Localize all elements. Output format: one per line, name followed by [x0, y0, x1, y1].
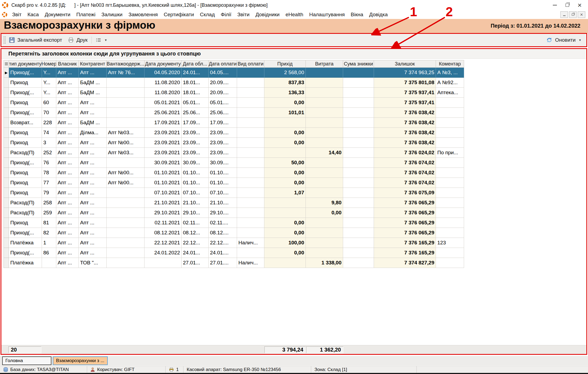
cell[interactable]: 30.09... — [182, 158, 209, 168]
cell[interactable]: 24.01... — [182, 248, 209, 258]
cell[interactable]: 18.01... — [182, 88, 209, 98]
cell[interactable]: 60 — [42, 98, 56, 108]
cell[interactable] — [264, 198, 306, 208]
cell[interactable] — [436, 188, 464, 198]
cell[interactable] — [343, 188, 374, 198]
cell[interactable] — [237, 218, 264, 228]
cell[interactable]: 23.09.2021 — [144, 138, 182, 148]
column-header[interactable]: Витрата — [306, 60, 343, 68]
menu-item[interactable]: Документи — [42, 12, 73, 18]
cell[interactable]: 252 — [42, 148, 56, 158]
cell[interactable]: Приход — [9, 78, 42, 88]
cell[interactable] — [237, 228, 264, 238]
column-header[interactable]: Залишок — [374, 60, 436, 68]
cell[interactable] — [264, 118, 306, 128]
cell[interactable] — [343, 198, 374, 208]
row-selector[interactable] — [4, 198, 9, 208]
row-selector-header[interactable] — [4, 60, 9, 68]
cell[interactable]: 7 375 801,08 — [374, 78, 436, 88]
cell[interactable]: 82 — [42, 228, 56, 238]
cell[interactable]: 08.12.2021 — [144, 228, 182, 238]
cell[interactable] — [306, 188, 343, 198]
cell[interactable]: 29.10.2021 — [144, 208, 182, 218]
cell[interactable]: Апт ... — [56, 168, 79, 178]
cell[interactable] — [343, 178, 374, 188]
column-header[interactable]: Дата документу — [144, 60, 182, 68]
cell[interactable]: 01.10.2021 — [144, 178, 182, 188]
cell[interactable]: Апт ... — [79, 138, 107, 148]
cell[interactable] — [237, 248, 264, 258]
cell[interactable] — [237, 188, 264, 198]
cell[interactable] — [306, 248, 343, 258]
column-header[interactable]: Прихід — [264, 60, 306, 68]
cell[interactable]: 11.08.2020 — [144, 78, 182, 88]
cell[interactable]: Y... — [42, 88, 56, 98]
cell[interactable]: 3 — [42, 138, 56, 148]
cell[interactable]: Апт ... — [56, 188, 79, 198]
row-selector[interactable] — [4, 98, 9, 108]
menu-item[interactable]: Філії — [218, 12, 234, 18]
cell[interactable]: 2 568,00 — [264, 68, 306, 78]
column-header[interactable]: Коментар — [436, 60, 464, 68]
tab-active[interactable]: Взаєморозрахунки з ... — [53, 356, 108, 365]
mdi-close-button[interactable]: × — [578, 11, 585, 18]
cell[interactable]: 0,00 — [264, 168, 306, 178]
cell[interactable]: Апт ... — [56, 98, 79, 108]
column-header[interactable]: Вид оплати — [237, 60, 264, 68]
cell[interactable]: 7 375 937,41 — [374, 88, 436, 98]
cell[interactable]: Апт ... — [79, 208, 107, 218]
cell[interactable]: Апт ... — [56, 138, 79, 148]
row-selector[interactable] — [4, 218, 9, 228]
cell[interactable] — [237, 78, 264, 88]
cell[interactable]: 07.10... — [182, 188, 209, 198]
column-header[interactable]: Дата обл... — [182, 60, 209, 68]
cell[interactable]: Апт № 76... — [107, 68, 144, 78]
cell[interactable]: 27.01.... — [209, 258, 237, 268]
cell[interactable] — [237, 198, 264, 208]
cell[interactable] — [343, 238, 374, 248]
cell[interactable]: 7 376 065,29 — [374, 218, 436, 228]
cell[interactable] — [237, 168, 264, 178]
cell[interactable]: 08.12... — [182, 228, 209, 238]
table-row[interactable]: Приход74Апт ...Ділма...Апт №03...23.09.2… — [4, 128, 586, 138]
cell[interactable]: 78 — [42, 168, 56, 178]
cell[interactable]: Приход — [9, 178, 42, 188]
cell[interactable] — [107, 208, 144, 218]
group-by-panel[interactable]: Перетягніть заголовок колонки сюди для у… — [1, 49, 586, 59]
cell[interactable]: 74 — [42, 128, 56, 138]
cell[interactable] — [306, 158, 343, 168]
cell[interactable]: 259 — [42, 208, 56, 218]
cell[interactable] — [107, 88, 144, 98]
cell[interactable]: 30.09.... — [209, 158, 237, 168]
cell[interactable] — [306, 228, 343, 238]
cell[interactable]: 0,00 — [264, 218, 306, 228]
cell[interactable]: БаДМ ... — [79, 118, 107, 128]
cell[interactable] — [264, 208, 306, 218]
cell[interactable]: 1,07 — [264, 188, 306, 198]
cell[interactable]: 01.10... — [182, 178, 209, 188]
cell[interactable]: 30.09.2021 — [144, 158, 182, 168]
cell[interactable]: БаДМ ... — [79, 88, 107, 98]
cell[interactable] — [343, 108, 374, 118]
cell[interactable] — [107, 118, 144, 128]
cell[interactable]: 20.09.... — [209, 88, 237, 98]
cell[interactable] — [237, 88, 264, 98]
cell[interactable]: 02.11.2021 — [144, 218, 182, 228]
cell[interactable] — [306, 108, 343, 118]
menu-item[interactable]: Довідники — [252, 12, 282, 18]
cell[interactable]: 81 — [42, 218, 56, 228]
close-button[interactable]: × — [573, 0, 586, 10]
cell[interactable]: 21.10.... — [209, 198, 237, 208]
menu-item[interactable]: Залишки — [98, 12, 126, 18]
menu-item[interactable]: eHealth — [282, 12, 306, 18]
menu-item[interactable]: Замовлення — [126, 12, 161, 18]
column-header[interactable]: Контрагент — [79, 60, 107, 68]
cell[interactable]: Расход(П) — [9, 198, 42, 208]
cell[interactable]: ТОВ "... — [79, 258, 107, 268]
cell[interactable]: Y... — [42, 78, 56, 88]
cell[interactable]: Апт ... — [56, 248, 79, 258]
cell[interactable]: 86 — [42, 248, 56, 258]
cell[interactable] — [343, 78, 374, 88]
cell[interactable]: 0,00 — [264, 228, 306, 238]
cell[interactable]: 01.10.2021 — [144, 168, 182, 178]
